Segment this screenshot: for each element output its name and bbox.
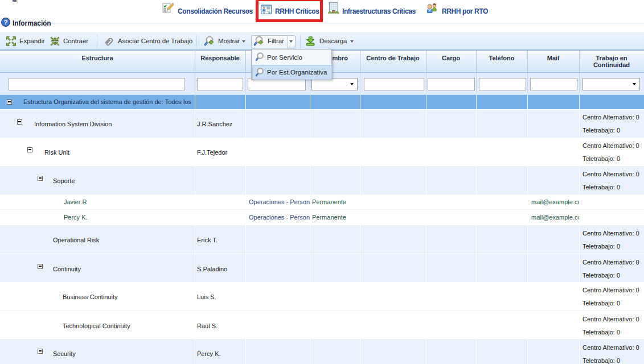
svg-text:?: ? (3, 19, 7, 26)
